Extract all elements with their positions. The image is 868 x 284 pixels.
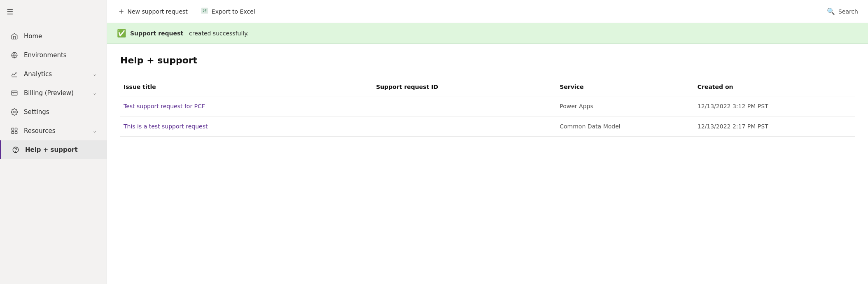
success-banner: ✅ Support request created successfully. [107, 23, 868, 44]
success-bold-text: Support request [130, 30, 183, 37]
sidebar-item-settings[interactable]: Settings [0, 102, 107, 121]
resources-icon [10, 127, 19, 135]
column-header-created-on: Created on [694, 82, 855, 92]
created-on-cell-2: 12/13/2022 2:17 PM PST [694, 121, 855, 131]
chevron-down-icon: ⌄ [93, 71, 97, 77]
export-label: Export to Excel [212, 8, 255, 15]
sidebar-item-settings-label: Settings [24, 108, 49, 116]
svg-rect-12 [201, 8, 208, 14]
service-cell-1: Power Apps [556, 101, 694, 111]
sidebar-item-resources-label: Resources [24, 127, 56, 135]
column-header-issue-title: Issue title [120, 82, 373, 92]
excel-icon [201, 7, 208, 16]
chevron-down-icon-resources: ⌄ [93, 128, 97, 134]
support-requests-table: Issue title Support request ID Service C… [120, 79, 855, 137]
column-header-support-request-id: Support request ID [373, 82, 556, 92]
main-content: + New support request Export to Excel 🔍 … [107, 0, 868, 284]
sidebar-item-analytics[interactable]: Analytics ⌄ [0, 65, 107, 84]
search-button[interactable]: 🔍 Search [827, 7, 858, 15]
svg-point-5 [14, 111, 16, 113]
toolbar: + New support request Export to Excel 🔍 … [107, 0, 868, 23]
sidebar-item-environments-label: Environments [24, 51, 67, 59]
search-label: Search [838, 8, 858, 15]
svg-point-11 [16, 151, 16, 151]
table-row: This is a test support request Common Da… [120, 116, 855, 137]
issue-title-cell-1[interactable]: Test support request for PCF [120, 101, 373, 111]
sidebar-header: ☰ [0, 0, 107, 23]
new-support-request-button[interactable]: + New support request [117, 5, 189, 18]
sidebar-nav: Home Environments Analytics ⌄ [0, 23, 107, 163]
issue-title-cell-2[interactable]: This is a test support request [120, 121, 373, 131]
svg-rect-2 [12, 91, 17, 95]
search-icon: 🔍 [827, 7, 835, 15]
sidebar-item-environments[interactable]: Environments [0, 46, 107, 65]
chevron-down-icon-billing: ⌄ [93, 90, 97, 96]
svg-rect-8 [12, 132, 14, 134]
sidebar-item-home[interactable]: Home [0, 27, 107, 46]
support-request-id-cell-2 [373, 125, 556, 128]
help-icon [11, 146, 20, 154]
content-area: Help + support Issue title Support reque… [107, 44, 868, 284]
export-to-excel-button[interactable]: Export to Excel [199, 5, 257, 19]
service-cell-2: Common Data Model [556, 121, 694, 131]
sidebar: ☰ Home Environments [0, 0, 107, 284]
analytics-icon [10, 70, 19, 78]
table-header-row: Issue title Support request ID Service C… [120, 79, 855, 96]
sidebar-item-home-label: Home [24, 33, 42, 40]
hamburger-icon[interactable]: ☰ [7, 7, 13, 16]
sidebar-item-help-support[interactable]: Help + support [0, 140, 107, 159]
sidebar-item-help-support-label: Help + support [25, 146, 78, 154]
new-request-label: New support request [127, 8, 187, 15]
page-title: Help + support [120, 55, 855, 65]
column-header-service: Service [556, 82, 694, 92]
svg-rect-9 [15, 132, 17, 134]
sidebar-item-analytics-label: Analytics [24, 70, 52, 78]
sidebar-item-resources[interactable]: Resources ⌄ [0, 121, 107, 140]
support-request-id-cell-1 [373, 105, 556, 108]
svg-rect-6 [12, 128, 14, 130]
success-normal-text: created successfully. [189, 30, 249, 37]
created-on-cell-1: 12/13/2022 3:12 PM PST [694, 101, 855, 111]
plus-icon: + [119, 7, 124, 15]
sidebar-item-billing-label: Billing (Preview) [24, 89, 74, 97]
table-row: Test support request for PCF Power Apps … [120, 96, 855, 116]
home-icon [10, 33, 19, 40]
sidebar-item-billing[interactable]: Billing (Preview) ⌄ [0, 84, 107, 102]
settings-icon [10, 108, 19, 116]
globe-icon [10, 51, 19, 59]
billing-icon [10, 89, 19, 97]
svg-rect-7 [15, 128, 17, 130]
success-check-icon: ✅ [117, 29, 126, 37]
